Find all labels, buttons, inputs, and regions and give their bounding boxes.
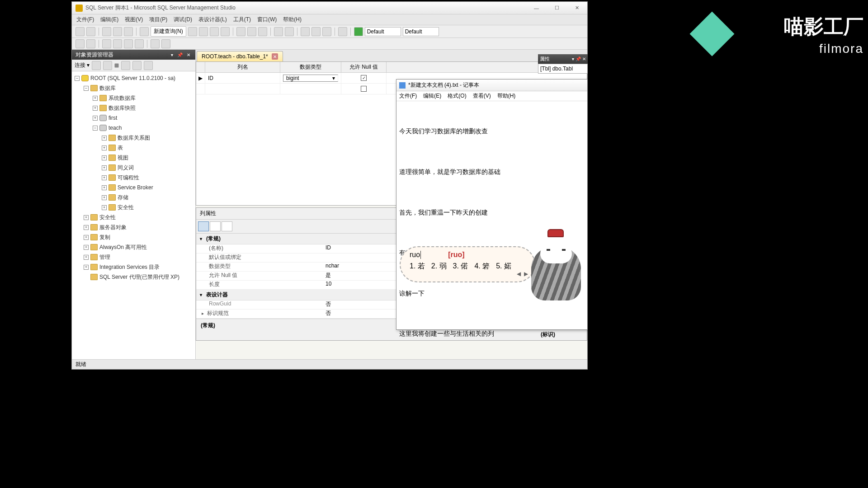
oe-stop-icon[interactable] [114, 63, 119, 68]
cut-icon[interactable] [236, 27, 245, 36]
new-query-button[interactable]: 新建查询(N) [151, 26, 186, 37]
oe-filter-icon[interactable] [121, 61, 130, 70]
ime-candidate-window[interactable]: ruo [ruo] 1. 若 2. 弱 3. 偌 4. 箬 5. 婼 ◀ ▶ [400, 246, 535, 282]
np-menu-help[interactable]: 帮助(H) [497, 92, 516, 100]
open-file-icon[interactable] [102, 27, 111, 36]
np-menu-file[interactable]: 文件(F) [399, 92, 417, 100]
tb-icon-7[interactable] [322, 27, 331, 36]
tree-management[interactable]: +管理 [72, 252, 195, 262]
menu-debug[interactable]: 调试(D) [174, 16, 192, 23]
menu-tools[interactable]: 工具(T) [233, 16, 251, 23]
tree-db-first[interactable]: +first [72, 113, 195, 123]
np-menu-view[interactable]: 查看(V) [473, 92, 491, 100]
np-menu-format[interactable]: 格式(O) [448, 92, 466, 100]
tb2-icon-5[interactable] [124, 39, 133, 48]
oe-icon-4[interactable] [144, 61, 153, 70]
combo-1[interactable]: Default [365, 27, 401, 36]
oe-icon-2[interactable] [103, 61, 112, 70]
ime-cand-2[interactable]: 2. 弱 [431, 262, 447, 271]
tb-icon-5[interactable] [301, 27, 310, 36]
menu-view[interactable]: 视图(V) [125, 16, 143, 23]
tb-icon-3[interactable] [210, 27, 219, 36]
tb-icon-1[interactable] [188, 27, 197, 36]
tree-sys-db[interactable]: +系统数据库 [72, 93, 195, 103]
tb2-icon-7[interactable] [151, 39, 160, 48]
prop-categorized-icon[interactable] [198, 221, 209, 231]
tb2-icon-2[interactable] [86, 39, 95, 48]
save-icon[interactable] [113, 27, 122, 36]
menu-edit[interactable]: 编辑(E) [100, 16, 118, 23]
close-button[interactable]: ✕ [567, 3, 587, 14]
ime-candidates: 1. 若 2. 弱 3. 偌 4. 箬 5. 婼 [410, 262, 525, 271]
ime-cand-4[interactable]: 4. 箬 [474, 262, 490, 271]
null-checkbox-new[interactable] [361, 86, 367, 92]
ime-cand-3[interactable]: 3. 偌 [453, 262, 468, 271]
np-menu-edit[interactable]: 编辑(E) [423, 92, 441, 100]
panel-pin-icon[interactable]: ▾ 📌 ✕ [171, 52, 192, 57]
save-all-icon[interactable] [124, 27, 133, 36]
redo-icon[interactable] [285, 27, 294, 36]
copy-icon[interactable] [247, 27, 256, 36]
tree-agent[interactable]: SQL Server 代理(已禁用代理 XP) [72, 272, 195, 282]
tree-tables[interactable]: +表 [72, 143, 195, 153]
oe-refresh-icon[interactable] [92, 61, 101, 70]
tab-close-icon[interactable]: ✕ [272, 53, 278, 60]
properties-object-combo[interactable]: [Tbl] dbo.Tabl [538, 64, 588, 74]
ime-cand-5[interactable]: 5. 婼 [496, 262, 511, 271]
tree-db-teach[interactable]: −teach [72, 123, 195, 133]
prop-pages-icon[interactable] [222, 221, 232, 231]
grid-header-row: 列名 数据类型 允许 Null 值 [196, 62, 587, 73]
ime-cand-1[interactable]: 1. 若 [410, 262, 425, 271]
tb2-icon-3[interactable] [102, 39, 111, 48]
tree-replication[interactable]: +复制 [72, 232, 195, 242]
tb2-icon-8[interactable] [161, 39, 170, 48]
properties-pin-icon[interactable]: ▾ 📌 ✕ [572, 56, 586, 61]
tree-synonyms[interactable]: +同义词 [72, 163, 195, 173]
execute-icon[interactable] [354, 27, 363, 36]
row-selector-icon[interactable]: ▶ [196, 73, 205, 83]
tb-icon-6[interactable] [311, 27, 321, 36]
connect-dropdown[interactable]: 连接 ▾ [75, 61, 90, 69]
minimize-button[interactable]: — [526, 3, 547, 14]
menu-file[interactable]: 文件(F) [76, 16, 94, 23]
datatype-combo[interactable]: bigint▾ [283, 75, 338, 82]
tree-diagrams[interactable]: +数据库关系图 [72, 133, 195, 143]
menu-designer[interactable]: 表设计器(L) [198, 16, 227, 23]
tree-view[interactable]: −ROOT (SQL Server 11.0.2100 - sa) −数据库 +… [72, 71, 195, 359]
tb2-icon-6[interactable] [135, 39, 144, 48]
tree-db-snapshot[interactable]: +数据库快照 [72, 103, 195, 113]
tb2-icon-4[interactable] [113, 39, 122, 48]
oe-icon-3[interactable] [132, 61, 142, 70]
cell-col-type[interactable]: bigint▾ [280, 73, 341, 83]
tree-programmability[interactable]: +可编程性 [72, 173, 195, 183]
tree-security-db[interactable]: +安全性 [72, 202, 195, 212]
menu-project[interactable]: 项目(P) [149, 16, 167, 23]
tb-icon-2[interactable] [199, 27, 208, 36]
tab-table-designer[interactable]: ROOT.teach - dbo.Table_1* ✕ [197, 51, 283, 61]
tree-databases[interactable]: −数据库 [72, 83, 195, 93]
undo-icon[interactable] [274, 27, 283, 36]
tree-security[interactable]: +安全性 [72, 212, 195, 222]
null-checkbox[interactable]: ✓ [361, 75, 367, 81]
prop-sort-icon[interactable] [210, 221, 221, 231]
maximize-button[interactable]: ☐ [547, 3, 567, 14]
tree-server-root[interactable]: −ROOT (SQL Server 11.0.2100 - sa) [72, 73, 195, 83]
combo-2[interactable]: Default [403, 27, 439, 36]
menu-help[interactable]: 帮助(H) [283, 16, 302, 23]
paste-icon[interactable] [258, 27, 267, 36]
new-query-icon[interactable] [140, 27, 149, 36]
tb-icon-4[interactable] [221, 27, 230, 36]
tree-service-broker[interactable]: +Service Broker [72, 183, 195, 192]
tree-is-catalog[interactable]: +Integration Services 目录 [72, 262, 195, 272]
tree-views[interactable]: +视图 [72, 153, 195, 163]
tb2-icon-1[interactable] [75, 39, 85, 48]
tb-icon-8[interactable] [338, 27, 347, 36]
cell-col-null[interactable]: ✓ [341, 73, 387, 83]
cell-col-name[interactable]: ID [205, 73, 280, 83]
tree-alwayson[interactable]: +AlwaysOn 高可用性 [72, 242, 195, 252]
new-project-icon[interactable] [75, 27, 85, 36]
open-icon[interactable] [86, 27, 95, 36]
menu-window[interactable]: 窗口(W) [257, 16, 277, 23]
tree-server-objects[interactable]: +服务器对象 [72, 222, 195, 232]
tree-storage[interactable]: +存储 [72, 192, 195, 202]
